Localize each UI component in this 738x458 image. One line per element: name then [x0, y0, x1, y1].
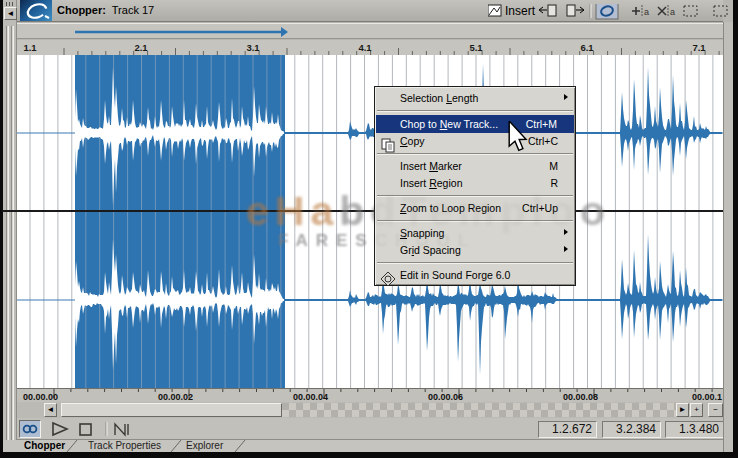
svg-text:a: a [670, 7, 675, 17]
svg-text:a: a [644, 7, 649, 17]
svg-text:Insert: Insert [505, 4, 536, 18]
